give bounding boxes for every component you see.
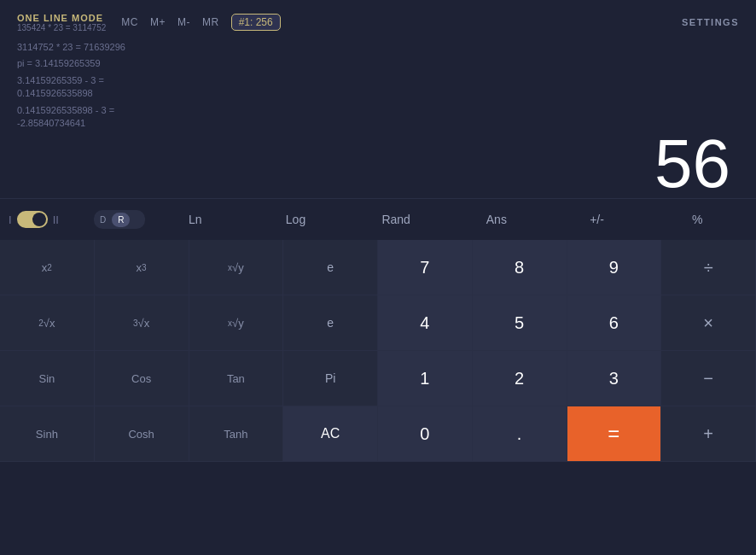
history-line-3: 3.14159265359 - 3 =0.1415926535898 <box>17 74 739 101</box>
divide-button[interactable]: ÷ <box>661 240 756 295</box>
xrt-button[interactable]: x√y <box>189 295 284 351</box>
e-button-1[interactable]: e <box>283 240 378 295</box>
mode-info: ONE LINE MODE 135424 * 23 = 3114752 <box>17 13 106 32</box>
toggle-group: I II <box>9 211 94 228</box>
deg-button[interactable]: D <box>94 213 112 227</box>
subtract-button[interactable]: − <box>661 351 756 406</box>
func-row: I II D R Ln Log Rand Ans +/- % <box>0 199 756 240</box>
tan-button[interactable]: Tan <box>189 351 284 406</box>
pi-button[interactable]: Pi <box>283 351 378 406</box>
e-button-2[interactable]: e <box>283 295 378 351</box>
x-squared-button[interactable]: x2 <box>0 240 95 295</box>
zero-button[interactable]: 0 <box>378 406 473 462</box>
cos-button[interactable]: Cos <box>95 351 189 406</box>
mr-button[interactable]: MR <box>202 16 219 28</box>
sign-button[interactable]: +/- <box>547 202 648 237</box>
mc-button[interactable]: MC <box>121 16 138 28</box>
log-button[interactable]: Log <box>246 202 346 237</box>
eight-button[interactable]: 8 <box>473 240 567 295</box>
ans-button[interactable]: Ans <box>446 202 547 237</box>
yth-root-button[interactable]: x√y <box>189 240 284 295</box>
two-button[interactable]: 2 <box>473 351 567 406</box>
ln-button[interactable]: Ln <box>145 202 246 237</box>
four-button[interactable]: 4 <box>378 295 473 351</box>
one-button[interactable]: 1 <box>378 351 473 406</box>
ac-button[interactable]: AC <box>283 406 378 462</box>
top-bar-left: ONE LINE MODE 135424 * 23 = 3114752 MC M… <box>17 13 281 32</box>
nine-button[interactable]: 9 <box>567 240 662 295</box>
add-button[interactable]: + <box>661 406 756 462</box>
tanh-button[interactable]: Tanh <box>189 406 284 462</box>
mminus-button[interactable]: M- <box>177 16 190 28</box>
calculator-grid: x2 x3 x√y e 7 8 9 ÷ 2√x 3√x x√y e 4 5 6 … <box>0 240 756 462</box>
mplus-button[interactable]: M+ <box>150 16 166 28</box>
memory-buttons: MC M+ M- MR #1: 256 <box>121 14 280 31</box>
history-line-2: pi = 3.14159265359 <box>17 57 739 70</box>
toggle-label-right: II <box>53 213 59 226</box>
multiply-button[interactable]: × <box>661 295 756 351</box>
settings-button[interactable]: SETTINGS <box>682 17 739 27</box>
sinh-button[interactable]: Sinh <box>0 406 95 462</box>
three-button[interactable]: 3 <box>567 351 662 406</box>
seven-button[interactable]: 7 <box>378 240 473 295</box>
five-button[interactable]: 5 <box>473 295 567 351</box>
calc-expression: 135424 * 23 = 3114752 <box>17 23 106 32</box>
history-area: 3114752 * 23 = 71639296 pi = 3.141592653… <box>0 38 756 130</box>
percent-button[interactable]: % <box>647 202 747 237</box>
deg-rad-toggle[interactable]: D R <box>94 210 145 229</box>
display-row: 56 <box>0 130 756 198</box>
sqrt-button[interactable]: 2√x <box>0 295 95 351</box>
decimal-button[interactable]: . <box>473 406 567 462</box>
display-value: 56 <box>654 130 730 198</box>
history-line-1: 3114752 * 23 = 71639296 <box>17 41 739 54</box>
toggle-knob <box>32 213 46 226</box>
memory-slot-button[interactable]: #1: 256 <box>231 14 281 31</box>
sin-button[interactable]: Sin <box>0 351 95 406</box>
cbrt-button[interactable]: 3√x <box>95 295 189 351</box>
mode-title: ONE LINE MODE <box>17 13 106 23</box>
rand-button[interactable]: Rand <box>346 202 446 237</box>
rad-button[interactable]: R <box>112 213 130 227</box>
toggle-label-left: I <box>9 213 12 226</box>
equals-button[interactable]: = <box>567 406 662 462</box>
toggle-switch[interactable] <box>17 211 48 228</box>
cosh-button[interactable]: Cosh <box>95 406 189 462</box>
top-bar: ONE LINE MODE 135424 * 23 = 3114752 MC M… <box>0 0 756 38</box>
six-button[interactable]: 6 <box>567 295 662 351</box>
history-line-4: 0.1415926535898 - 3 =-2.85840734641 <box>17 104 739 131</box>
x-cubed-button[interactable]: x3 <box>95 240 189 295</box>
